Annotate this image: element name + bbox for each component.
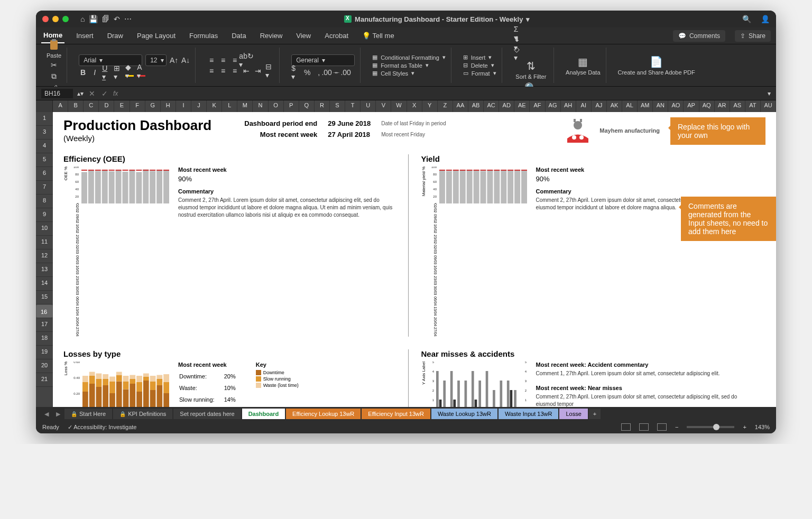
percent-icon[interactable]: % [303, 68, 311, 77]
tab-draw[interactable]: Draw [105, 29, 125, 43]
tab-nav-left-icon[interactable]: ◀ [41, 411, 52, 418]
column-header[interactable]: I [176, 100, 191, 112]
fill-color-icon[interactable]: ◆ ▾ [125, 68, 134, 77]
name-box[interactable]: BH16 [41, 89, 73, 98]
tab-view[interactable]: View [294, 29, 313, 43]
share-button[interactable]: ⇪ Share [735, 30, 771, 42]
tab-review[interactable]: Review [258, 29, 285, 43]
column-header[interactable]: AS [730, 100, 745, 112]
align-top-icon[interactable]: ≡ [207, 56, 216, 64]
adobe-pdf-button[interactable]: 📄Create and Share Adobe PDF [618, 55, 695, 76]
column-header[interactable]: M [237, 100, 253, 112]
column-header[interactable]: AI [576, 100, 592, 112]
size-selector[interactable]: 12 ▾ [145, 54, 167, 66]
row-header[interactable]: 16 [36, 304, 53, 318]
column-header[interactable]: AF [530, 100, 545, 112]
font-color-icon[interactable]: A ▾ [137, 68, 145, 77]
add-sheet-button[interactable]: + [589, 409, 601, 419]
zoom-slider[interactable] [687, 426, 734, 428]
sheet-content[interactable]: Production Dashboard (Weekly) Dashboard … [53, 112, 776, 407]
align-right-icon[interactable]: ≡ [230, 67, 239, 75]
column-header[interactable]: A [53, 100, 68, 112]
column-header[interactable]: AN [653, 100, 668, 112]
column-header[interactable]: S [330, 100, 345, 112]
profile-icon[interactable]: 👤 [761, 15, 770, 23]
row-header[interactable]: 6 [36, 167, 53, 181]
row-header[interactable]: 3 [36, 126, 53, 140]
sheet-tab[interactable]: Set report dates here [173, 409, 241, 419]
column-header[interactable]: E [114, 100, 130, 112]
column-header[interactable]: AG [546, 100, 561, 112]
sheet-tab[interactable]: Losse [559, 409, 587, 419]
column-header[interactable]: N [253, 100, 268, 112]
close-window-icon[interactable] [42, 16, 49, 22]
row-header[interactable]: 15 [36, 291, 53, 304]
column-header[interactable]: T [345, 100, 361, 112]
row-header[interactable]: 13 [36, 263, 53, 277]
row-header[interactable]: 7 [36, 181, 53, 194]
select-all-corner[interactable] [36, 100, 53, 112]
column-header[interactable]: AR [715, 100, 730, 112]
increase-font-icon[interactable]: A↑ [170, 56, 178, 64]
column-header[interactable]: AD [499, 100, 514, 112]
sheet-tab[interactable]: Waste Lookup 13wR [431, 409, 497, 419]
save-icon[interactable]: 💾 [89, 15, 98, 23]
border-icon[interactable]: ⊞ ▾ [114, 68, 122, 77]
column-header[interactable]: AA [453, 100, 468, 112]
column-header[interactable]: AQ [699, 100, 715, 112]
row-header[interactable]: 1 [36, 112, 53, 126]
view-pagelayout-icon[interactable] [639, 423, 649, 431]
zoom-level[interactable]: 143% [755, 424, 770, 430]
align-mid-icon[interactable]: ≡ [219, 56, 227, 64]
sheet-tab[interactable]: 🔒KPI Definitions [113, 409, 172, 419]
row-header[interactable]: 21 [36, 373, 53, 387]
view-pagebreak-icon[interactable] [657, 423, 667, 431]
sheet-tab[interactable]: Dashboard [242, 409, 285, 419]
column-header[interactable]: AJ [592, 100, 607, 112]
comments-button[interactable]: 💬 Comments [673, 30, 725, 42]
row-header[interactable]: 8 [36, 194, 53, 208]
underline-icon[interactable]: U ▾ [102, 68, 110, 77]
column-header[interactable]: U [361, 100, 376, 112]
column-header[interactable]: H [161, 100, 176, 112]
row-header[interactable]: 11 [36, 236, 53, 249]
row-header[interactable]: 9 [36, 208, 53, 222]
undo-icon[interactable]: ↶ [114, 15, 120, 23]
tab-data[interactable]: Data [229, 29, 248, 43]
column-header[interactable]: Q [299, 100, 315, 112]
saveas-icon[interactable]: 🗐 [102, 15, 109, 23]
column-header[interactable]: AC [484, 100, 499, 112]
cut-icon[interactable]: ✂ [50, 61, 58, 69]
minimize-window-icon[interactable] [52, 16, 59, 22]
column-header[interactable]: Z [438, 100, 453, 112]
format-button[interactable]: ▭ Format ▾ [463, 70, 496, 77]
row-header[interactable]: 19 [36, 346, 53, 359]
column-header[interactable]: AT [745, 100, 761, 112]
column-header[interactable]: B [68, 100, 84, 112]
row-header[interactable]: 5 [36, 153, 53, 167]
clear-icon[interactable]: ◇ ▾ [514, 49, 522, 58]
column-header[interactable]: F [130, 100, 145, 112]
search-icon[interactable]: 🔍 [742, 15, 751, 23]
column-header[interactable]: X [407, 100, 422, 112]
fx-icon[interactable]: fx [113, 90, 118, 97]
row-header[interactable]: 12 [36, 249, 53, 263]
analyse-data-button[interactable]: ▦Analyse Data [566, 55, 600, 76]
column-header[interactable]: AP [684, 100, 699, 112]
format-table-button[interactable]: ▦ Format as Table ▾ [372, 62, 446, 69]
column-header[interactable]: J [191, 100, 207, 112]
row-header[interactable]: 10 [36, 222, 53, 236]
column-header[interactable]: AM [638, 100, 653, 112]
column-header[interactable]: V [376, 100, 391, 112]
title-chevron-icon[interactable]: ▾ [526, 15, 530, 23]
tab-tellme[interactable]: 💡 Tell me [360, 29, 396, 43]
tab-pagelayout[interactable]: Page Layout [135, 29, 178, 43]
tab-acrobat[interactable]: Acrobat [322, 29, 350, 43]
currency-icon[interactable]: $ ▾ [291, 68, 300, 77]
confirm-formula-icon[interactable]: ✓ [100, 89, 109, 98]
cond-format-button[interactable]: ▦ Conditional Formatting ▾ [372, 54, 446, 61]
namebox-stepper-icon[interactable]: ▴▾ [77, 90, 84, 97]
column-header[interactable]: P [284, 100, 299, 112]
merge-icon[interactable]: ⊟ ▾ [265, 67, 274, 75]
orientation-icon[interactable]: ab↻ ▾ [242, 56, 251, 64]
